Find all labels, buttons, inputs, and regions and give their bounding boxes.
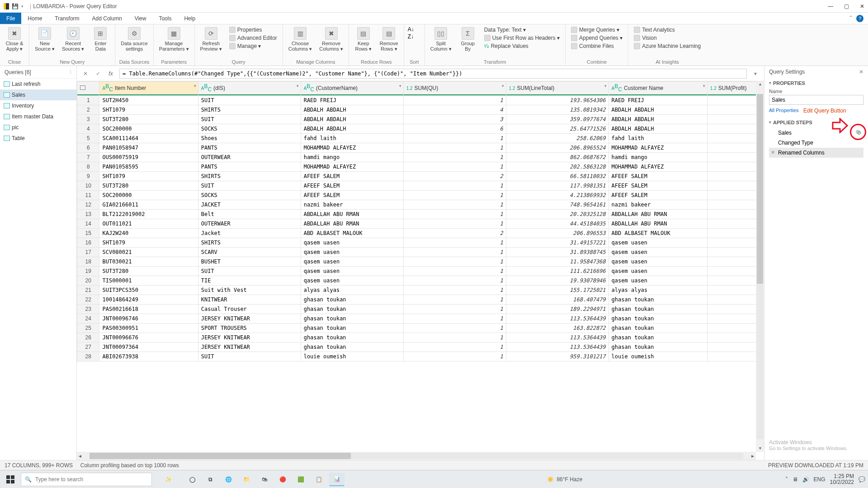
- column-header[interactable]: ABCCustomer Name▾: [609, 82, 707, 94]
- save-icon[interactable]: 💾: [12, 3, 19, 9]
- first-row-headers-button[interactable]: Use First Row as Headers ▾: [482, 34, 561, 42]
- query-item[interactable]: Item master Data: [0, 111, 76, 122]
- close-apply-button[interactable]: ✖Close & Apply ▾: [4, 26, 25, 52]
- maximize-button[interactable]: ▢: [844, 3, 849, 9]
- table-row[interactable]: 28ABI02673938SUITlouie oumeish1959.31012…: [77, 352, 764, 361]
- split-column-button[interactable]: ▯▯Split Column ▾: [429, 26, 453, 52]
- applied-step[interactable]: ✕Renamed Columns: [769, 148, 863, 158]
- table-row[interactable]: 24JNT00096746JERSEY KNITWEARghasan touka…: [77, 314, 764, 324]
- table-row[interactable]: 16SHT1079SHIRTSqasem uasen131.49157221qa…: [77, 238, 764, 248]
- cortana-icon[interactable]: ✨: [155, 476, 182, 483]
- table-row[interactable]: 2210014864249KNITWEARghasan toukan1168.4…: [77, 295, 764, 305]
- tray-volume-icon[interactable]: 🔊: [802, 476, 809, 483]
- tab-file[interactable]: File: [0, 13, 21, 24]
- table-row[interactable]: 25PAS00300951SPORT TROUSERSghasan toukan…: [77, 324, 764, 333]
- replace-values-button[interactable]: ¹⁄₂Replace Values: [482, 42, 561, 50]
- start-button[interactable]: [3, 473, 18, 486]
- table-row[interactable]: 15KAJ2W240JacketABD ALBASET MALOUK2206.8…: [77, 229, 764, 238]
- table-row[interactable]: 1SUT2H450SUITRAED FREIJ1193.9654306RAED …: [77, 96, 764, 105]
- table-row[interactable]: 13BLT2122019002BeltABDALLAH ABU RMAN120.…: [77, 210, 764, 219]
- table-row[interactable]: 14OUT011021OUTERWAERABDALLAH ABU RMAN144…: [77, 219, 764, 229]
- query-item[interactable]: Last refresh: [0, 79, 76, 89]
- text-analytics-button[interactable]: Text Analytics: [632, 26, 703, 33]
- column-header[interactable]: 1.2SUM(Profit)▾: [707, 82, 764, 94]
- tab-home[interactable]: Home: [21, 13, 48, 24]
- query-item[interactable]: Inventory: [0, 100, 76, 111]
- choose-columns-button[interactable]: ▥Choose Columns ▾: [287, 26, 314, 52]
- timeline-icon[interactable]: ⧉: [203, 473, 218, 486]
- table-row[interactable]: 11SOC200000SOCKSAFEEF SALEM14.213869932A…: [77, 191, 764, 200]
- tray-language[interactable]: ENG: [814, 476, 826, 483]
- table-row[interactable]: 5SCA00111464Shoesfahd laith1258.62069fah…: [77, 134, 764, 143]
- weather-widget[interactable]: ☀️ 86°F Haze: [547, 476, 582, 483]
- table-row[interactable]: 26JNT00096676JERSEY KNITWEARghasan touka…: [77, 333, 764, 343]
- table-row[interactable]: 6PAN01058947PANTSMOHAMMAD ALFAYEZ1206.89…: [77, 143, 764, 153]
- close-settings-icon[interactable]: ✕: [859, 69, 863, 75]
- data-source-settings-button[interactable]: ⚙Data source settings: [119, 26, 149, 52]
- table-row[interactable]: 17SCV080021SCARVqasem uasen131.89388745q…: [77, 248, 764, 257]
- azure-ml-button[interactable]: Azure Machine Learning: [632, 42, 703, 50]
- remove-columns-button[interactable]: ✖Remove Columns ▾: [317, 26, 344, 52]
- data-grid[interactable]: ABCItem Number▾ABC(dIS)▾ABC(CustomerName…: [77, 81, 764, 361]
- sort-asc-button[interactable]: A↓: [408, 26, 414, 33]
- table-row[interactable]: 7OUS00075919OUTERWEARhamdi mango1862.068…: [77, 153, 764, 162]
- edge-icon[interactable]: 🌐: [221, 473, 236, 486]
- close-button[interactable]: ✕: [860, 3, 864, 9]
- group-by-button[interactable]: ΣGroup By: [457, 26, 479, 52]
- table-row[interactable]: 2SHT1079SHIRTSABDALH ABDALH4135.0819342A…: [77, 105, 764, 115]
- table-row[interactable]: 23PAS00216618Casual Trouserghasan toukan…: [77, 305, 764, 314]
- query-name-input[interactable]: [769, 95, 863, 105]
- horizontal-scrollbar[interactable]: ◂▸: [77, 452, 756, 460]
- table-row[interactable]: 21SUIT3PCS350Suit with Vestalyas alyas11…: [77, 286, 764, 295]
- table-row[interactable]: 4SOC200000SOCKSABDALH ABDALH625.64771526…: [77, 124, 764, 134]
- collapse-ribbon-icon[interactable]: ˆ: [850, 15, 852, 22]
- data-type-button[interactable]: Data Type: Text ▾: [482, 26, 561, 33]
- tray-chevron-icon[interactable]: ˄: [785, 476, 788, 483]
- manage-query-button[interactable]: Manage ▾: [227, 42, 279, 50]
- minimize-button[interactable]: —: [828, 3, 833, 9]
- query-item[interactable]: Sales: [0, 89, 76, 100]
- all-properties-link[interactable]: All Properties: [769, 108, 798, 113]
- query-item[interactable]: pic: [0, 122, 76, 133]
- app-icon-3[interactable]: 📋: [311, 473, 326, 486]
- combine-files-button[interactable]: Combine Files: [569, 42, 624, 50]
- task-view-icon[interactable]: ◯: [184, 473, 200, 486]
- recent-sources-button[interactable]: 🕘Recent Sources ▾: [60, 26, 86, 52]
- fx-icon[interactable]: fx: [107, 70, 115, 78]
- table-row[interactable]: 27JNT00097364JERSEY KNITWEARghasan touka…: [77, 343, 764, 352]
- taskbar-search[interactable]: 🔍 Type here to search: [21, 473, 152, 486]
- store-icon[interactable]: 🛍: [257, 473, 272, 486]
- applied-step[interactable]: Changed Type: [769, 138, 863, 148]
- tab-transform[interactable]: Transform: [48, 13, 85, 24]
- table-row[interactable]: 9SHT1079SHIRTSAFEEF SALEM266.58110032AFE…: [77, 172, 764, 181]
- manage-parameters-button[interactable]: ▦Manage Parameters ▾: [157, 26, 191, 52]
- app-icon-1[interactable]: 🔴: [275, 473, 290, 486]
- column-header[interactable]: ABCItem Number▾: [99, 82, 198, 94]
- table-row[interactable]: 12GIA02166011JACKETnazmi bakeer1748.9654…: [77, 200, 764, 210]
- vertical-scrollbar[interactable]: ▴▾: [756, 81, 764, 452]
- help-icon[interactable]: ?: [856, 15, 863, 22]
- properties-header[interactable]: PROPERTIES: [769, 80, 863, 86]
- table-row[interactable]: 3SUT3T280SUITABDALH ABDALH3359.0977674AB…: [77, 115, 764, 124]
- keep-rows-button[interactable]: ▤Keep Rows ▾: [353, 26, 374, 52]
- cancel-formula-icon[interactable]: ✕: [81, 70, 90, 78]
- query-item[interactable]: Table: [0, 133, 76, 144]
- table-corner[interactable]: [77, 82, 99, 94]
- powerbi-taskbar-icon[interactable]: 📊: [329, 473, 344, 486]
- table-row[interactable]: 19SUT3T280SUITqasem uasen1111.6216696qas…: [77, 267, 764, 276]
- app-icon-2[interactable]: 🟩: [293, 473, 308, 486]
- table-row[interactable]: 20TIS000001TIEqasem uasen119.93078946qas…: [77, 276, 764, 286]
- table-row[interactable]: 10SUT3T280SUITAFEEF SALEM1117.9981351AFE…: [77, 181, 764, 191]
- sort-desc-button[interactable]: Z↓: [408, 33, 414, 40]
- properties-button[interactable]: Properties: [227, 26, 279, 33]
- tray-monitor-icon[interactable]: 🖥: [793, 476, 798, 483]
- vision-button[interactable]: Vision: [632, 34, 703, 42]
- merge-queries-button[interactable]: Merge Queries ▾: [569, 26, 624, 33]
- formula-input[interactable]: [119, 69, 747, 79]
- applied-step[interactable]: Sales⚙: [769, 128, 863, 138]
- enter-data-button[interactable]: ⊞Enter Data: [90, 26, 111, 52]
- column-header[interactable]: 1.2SUM(LineTotal)▾: [506, 82, 609, 94]
- table-row[interactable]: 18BUT030021BUSHETqasem uasen111.95847368…: [77, 257, 764, 267]
- column-header[interactable]: ABC(CustomerName)▾: [301, 82, 403, 94]
- expand-formula-icon[interactable]: ▾: [751, 70, 760, 78]
